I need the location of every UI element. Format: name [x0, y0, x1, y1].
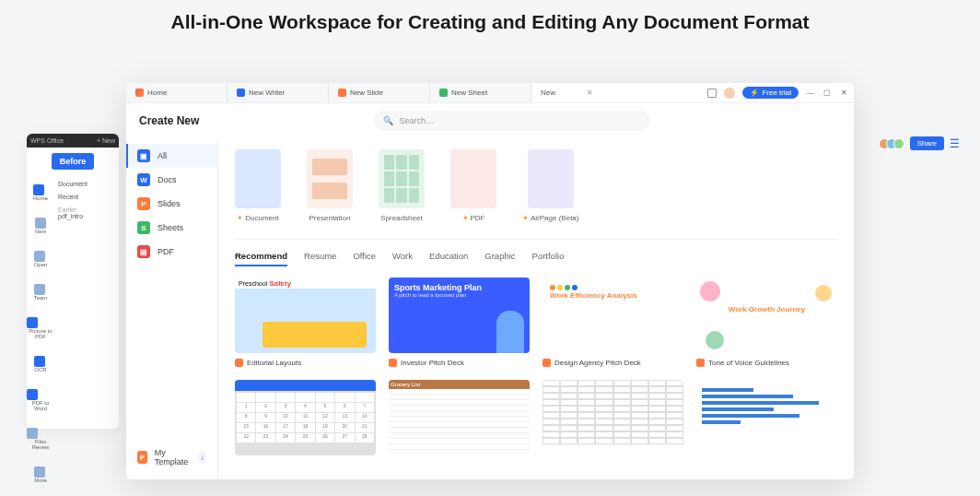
doc-icon: W [137, 173, 150, 186]
download-icon: ↓ [198, 452, 206, 463]
category-office[interactable]: Office [353, 251, 376, 266]
free-trial-button[interactable]: ⚡ Free trial [742, 87, 799, 99]
category-recommend[interactable]: Recommend [235, 251, 287, 266]
type-presentation[interactable]: Presentation [307, 149, 353, 222]
tab-new-slide[interactable]: New Slide [329, 83, 430, 102]
app-window: HomeNew WriterNew SlideNew SheetNew✕ ⚡ F… [126, 83, 854, 479]
ppt-icon [696, 359, 705, 367]
template-thumb: Work Efficiency Analysis [542, 278, 683, 353]
template-thumb: Work Growth Journey [696, 278, 837, 353]
type-pdf[interactable]: ✦PDF [450, 149, 496, 222]
sidebar: ▣AllWDocsPSlidesSSheets▤PDF P My Templat… [126, 138, 218, 479]
xls-icon: S [137, 221, 150, 234]
pdf-icon: ▤ [137, 245, 150, 258]
template-card[interactable] [696, 380, 837, 455]
tab-new-sheet[interactable]: New Sheet [430, 83, 531, 102]
ppt-icon [235, 359, 243, 367]
ppt-icon: P [137, 197, 150, 210]
category-graphic[interactable]: Graphic [484, 251, 515, 266]
category-portfolio[interactable]: Portfolio [532, 251, 565, 266]
type-thumb [235, 149, 281, 208]
category-resume[interactable]: Resume [304, 251, 336, 266]
template-thumb [542, 380, 683, 455]
category-tabs: RecommendResumeOfficeWorkEducationGraphi… [235, 240, 837, 278]
template-card[interactable]: Grocery List [389, 380, 530, 455]
close-button[interactable]: ✕ [839, 89, 848, 97]
avatar[interactable] [724, 88, 735, 99]
all-icon: ▣ [137, 149, 150, 162]
page-title: All-in-One Workspace for Creating and Ed… [0, 0, 980, 61]
type-thumb [379, 149, 425, 208]
template-card[interactable] [542, 380, 683, 455]
bg-old-ui: WPS Office+ New Before Home New Open Tea… [27, 134, 119, 429]
search-icon: 🔍 [383, 116, 393, 125]
tab-new-writer[interactable]: New Writer [228, 83, 329, 102]
xls-icon [439, 89, 448, 97]
type-thumb [450, 149, 496, 208]
search-input[interactable]: 🔍 Search… [374, 111, 650, 131]
tab-new[interactable]: New✕ [531, 83, 633, 102]
ppt-icon [338, 89, 346, 97]
template-card[interactable]: 1234567891011121314151617181920212223242… [235, 380, 376, 455]
doc-types-row: ✦DocumentPresentationSpreadsheet✦PDF✦Air… [235, 149, 837, 240]
wps-icon [135, 89, 144, 97]
template-thumb [696, 380, 837, 455]
ppt-icon [389, 359, 397, 367]
my-template-button[interactable]: P My Template ↓ [126, 441, 217, 474]
templates-grid: Preschool SafetyEditorial LayoutsSports … [235, 278, 837, 455]
sidebar-item-sheets[interactable]: SSheets [126, 216, 217, 240]
template-icon: P [137, 451, 147, 464]
close-icon[interactable]: ✕ [587, 89, 593, 97]
titlebar: HomeNew WriterNew SlideNew SheetNew✕ ⚡ F… [126, 83, 854, 103]
template-thumb: Grocery List [389, 380, 530, 455]
template-thumb: 1234567891011121314151617181920212223242… [235, 380, 376, 455]
menu-icon[interactable]: ☰ [950, 137, 960, 150]
avatar-set[interactable] [882, 138, 904, 149]
doc-icon [237, 89, 245, 97]
sidebar-item-slides[interactable]: PSlides [126, 192, 217, 216]
maximize-button[interactable]: ▢ [822, 89, 832, 97]
category-work[interactable]: Work [392, 251, 413, 266]
template-thumb: Preschool Safety [235, 278, 376, 353]
right-strip: Share ☰ [882, 136, 960, 150]
template-card[interactable]: Sports Marketing PlanA pitch to lead a f… [389, 278, 530, 367]
share-button[interactable]: Share [910, 136, 944, 150]
type-document[interactable]: ✦Document [235, 149, 281, 222]
sidebar-item-docs[interactable]: WDocs [126, 168, 217, 192]
category-education[interactable]: Education [429, 251, 468, 266]
type-thumb [307, 149, 353, 208]
tab-home[interactable]: Home [126, 83, 228, 102]
type-thumb [528, 149, 574, 208]
before-badge: Before [52, 153, 94, 170]
minimize-button[interactable]: — [806, 89, 815, 97]
type-spreadsheet[interactable]: Spreadsheet [379, 149, 425, 222]
sidebar-item-all[interactable]: ▣All [126, 144, 217, 168]
template-card[interactable]: Work Efficiency AnalysisDesign Agency Pi… [542, 278, 683, 367]
template-card[interactable]: Preschool SafetyEditorial Layouts [235, 278, 376, 367]
type-airpage-beta-[interactable]: ✦AirPage (Beta) [522, 149, 578, 222]
create-new-label: Create New [139, 114, 199, 127]
sidebar-item-pdf[interactable]: ▤PDF [126, 240, 217, 264]
template-thumb: Sports Marketing PlanA pitch to lead a f… [389, 278, 530, 353]
ppt-icon [542, 359, 551, 367]
expand-icon[interactable] [707, 89, 717, 98]
template-card[interactable]: Work Growth JourneyTone of Voice Guideli… [696, 278, 837, 367]
